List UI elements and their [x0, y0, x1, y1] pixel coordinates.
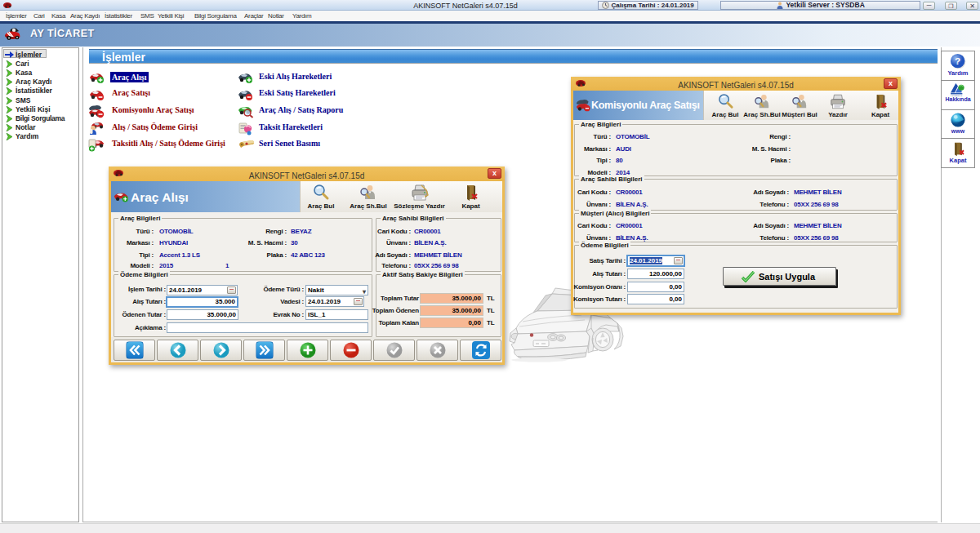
svg-text:?: ? — [955, 56, 960, 67]
